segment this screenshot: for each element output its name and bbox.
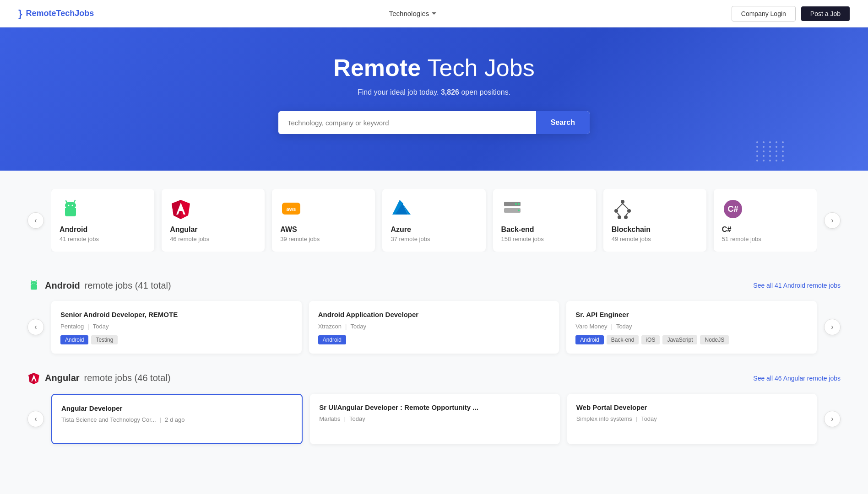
svg-point-29 — [33, 283, 33, 284]
separator: | — [611, 323, 612, 330]
category-name: AWS — [280, 226, 367, 234]
job-title: Angular Developer — [61, 404, 293, 413]
categories-prev-button[interactable]: ‹ — [27, 212, 44, 229]
categories-section: ‹ Android 41 remote jobs Angular 46 remo… — [0, 171, 868, 270]
category-name: Blockchain — [612, 226, 698, 234]
hero-section: Remote Tech Jobs Find your ideal job tod… — [0, 27, 868, 171]
post-job-button[interactable]: Post a Job — [801, 6, 850, 21]
separator: | — [160, 416, 161, 423]
separator: | — [87, 323, 89, 330]
angular-tech-name: Angular — [45, 373, 80, 383]
hero-dots-decoration — [756, 141, 786, 161]
company-login-button[interactable]: Company Login — [732, 6, 796, 21]
svg-point-17 — [621, 200, 624, 204]
logo[interactable]: } RemoteTechJobs — [18, 8, 94, 20]
categories-next-button[interactable]: › — [824, 212, 841, 229]
category-card-android[interactable]: Android 41 remote jobs — [51, 189, 154, 252]
svg-point-21 — [624, 215, 628, 219]
separator: | — [345, 323, 347, 330]
job-tags: Android — [318, 335, 550, 344]
separator: | — [344, 415, 346, 422]
technologies-label: Technologies — [389, 10, 429, 17]
csharp-category-icon: C# — [722, 198, 744, 220]
job-date: Today — [349, 415, 365, 422]
svg-text:C#: C# — [727, 204, 738, 214]
job-meta: Simplex info systems | Today — [576, 415, 808, 422]
android-icon — [27, 279, 40, 292]
job-count: 3,826 — [441, 88, 459, 96]
job-tag[interactable]: JavaScript — [662, 335, 697, 344]
android-job-cards-prev-button[interactable]: ‹ — [27, 319, 44, 335]
hero-title: Remote Tech Jobs — [18, 55, 850, 81]
svg-line-25 — [626, 213, 628, 215]
android-job-cards-next-button[interactable]: › — [824, 319, 841, 335]
svg-point-0 — [65, 202, 76, 209]
category-card-azure[interactable]: Azure 37 remote jobs — [382, 189, 485, 252]
android-tech-label: remote jobs (41 total) — [85, 280, 171, 291]
category-name: Back-end — [501, 226, 588, 234]
svg-point-19 — [627, 209, 631, 213]
category-card-blockchain[interactable]: Blockchain 49 remote jobs — [603, 189, 706, 252]
search-bar: Search — [278, 111, 590, 134]
job-meta: Varo Money | Today — [575, 323, 808, 330]
svg-point-18 — [614, 209, 618, 213]
svg-point-20 — [618, 215, 621, 219]
job-company: Tista Science and Technology Cor... — [61, 416, 156, 423]
technologies-menu[interactable]: Technologies — [384, 6, 442, 21]
android-section-title: Android remote jobs (41 total) — [27, 279, 171, 292]
job-tag[interactable]: Android — [318, 335, 346, 344]
category-count: 158 remote jobs — [501, 236, 588, 242]
svg-line-23 — [623, 204, 628, 209]
svg-point-14 — [518, 203, 520, 205]
svg-point-30 — [35, 283, 36, 284]
category-name: Angular — [170, 226, 256, 234]
job-tag[interactable]: NodeJS — [700, 335, 729, 344]
job-company: Xtrazcon — [318, 323, 342, 330]
android-see-all-link[interactable]: See all 41 Android remote jobs — [753, 282, 841, 289]
angular-jobs-section: Angular remote jobs (46 total) See all 4… — [0, 367, 868, 458]
job-card[interactable]: Senior Android Developer, REMOTE Pentalo… — [51, 301, 302, 354]
angular-job-cards-prev-button[interactable]: ‹ — [27, 411, 44, 427]
job-tag[interactable]: Back-end — [607, 335, 639, 344]
angular-job-cards-next-button[interactable]: › — [824, 411, 841, 427]
job-card[interactable]: Sr UI/Angular Developer : Remote Opportu… — [310, 394, 559, 444]
category-count: 39 remote jobs — [280, 236, 367, 242]
category-count: 46 remote jobs — [170, 236, 256, 242]
category-card-aws[interactable]: aws AWS 39 remote jobs — [272, 189, 375, 252]
hero-subtitle: Find your ideal job today. 3,826 open po… — [18, 88, 850, 97]
navbar-actions: Company Login Post a Job — [732, 6, 850, 21]
job-card[interactable]: Android Application Developer Xtrazcon |… — [309, 301, 559, 354]
job-meta: Marlabs | Today — [319, 415, 550, 422]
angular-tech-label: remote jobs (46 total) — [84, 373, 171, 383]
navbar: } RemoteTechJobs Technologies Company Lo… — [0, 0, 868, 27]
category-card-angular[interactable]: Angular 46 remote jobs — [162, 189, 265, 252]
android-tech-name: Android — [45, 280, 80, 291]
svg-point-28 — [31, 281, 37, 285]
job-tag[interactable]: Android — [575, 335, 603, 344]
category-card-back-end[interactable]: Back-end 158 remote jobs — [493, 189, 596, 252]
search-input[interactable] — [278, 111, 536, 134]
category-card-c#[interactable]: C# C# 51 remote jobs — [714, 189, 817, 252]
job-date: Today — [616, 323, 632, 330]
job-tag[interactable]: iOS — [641, 335, 660, 344]
backend-category-icon — [501, 198, 523, 220]
job-tag[interactable]: Android — [60, 335, 88, 344]
job-date: Today — [641, 415, 657, 422]
angular-see-all-link[interactable]: See all 46 Angular remote jobs — [753, 375, 841, 382]
search-button[interactable]: Search — [536, 111, 590, 134]
job-title: Sr. API Engineer — [575, 310, 808, 319]
svg-line-24 — [617, 213, 619, 215]
svg-text:aws: aws — [287, 206, 296, 212]
svg-point-1 — [68, 205, 70, 206]
job-date: Today — [93, 323, 109, 330]
job-meta: Tista Science and Technology Cor... | 2 … — [61, 416, 293, 423]
android-job-cards: ‹ Senior Android Developer, REMOTE Penta… — [27, 301, 841, 354]
job-tag[interactable]: Testing — [91, 335, 118, 344]
job-meta: Pentalog | Today — [60, 323, 293, 330]
chevron-down-icon — [432, 12, 436, 15]
angular-icon — [27, 372, 40, 385]
blockchain-category-icon — [612, 198, 634, 220]
job-card[interactable]: Web Portal Developer Simplex info system… — [567, 394, 817, 444]
job-card[interactable]: Angular Developer Tista Science and Tech… — [51, 394, 303, 444]
job-card[interactable]: Sr. API Engineer Varo Money | Today Andr… — [566, 301, 817, 354]
